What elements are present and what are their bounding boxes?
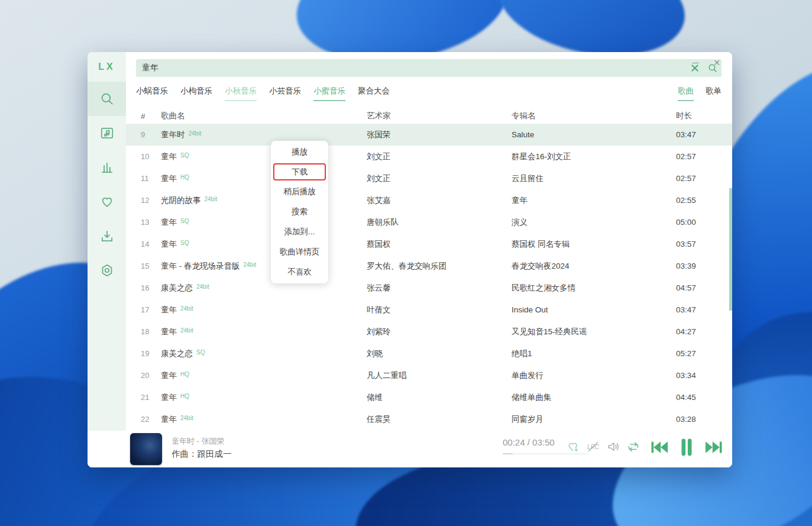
table-row[interactable]: 17童年24bit叶蒨文Inside Out03:47	[126, 299, 732, 321]
search-bar	[136, 59, 722, 77]
song-name: 童年	[161, 152, 177, 161]
favorite-button[interactable]	[565, 440, 581, 456]
context-menu-item-song-detail[interactable]: 歌曲详情页	[271, 242, 328, 262]
quality-badge: HQ	[180, 371, 189, 377]
song-number: 22	[141, 415, 161, 424]
context-menu-item-play[interactable]: 播放	[271, 142, 328, 162]
quality-badge: 24bit	[180, 327, 193, 334]
source-tab-xiaomi[interactable]: 小蜜音乐	[313, 86, 345, 101]
song-album: 演义	[512, 217, 676, 228]
next-button[interactable]	[704, 438, 724, 459]
desktop-lyrics-icon: LRC	[586, 440, 600, 456]
song-name-cell: 童年HQ	[161, 392, 367, 403]
song-album: 储维单曲集	[512, 392, 676, 403]
table-row[interactable]: 10童年SQ刘文正群星会16-刘文正02:57	[126, 146, 732, 167]
song-artist: 刘文正	[367, 151, 512, 162]
table-row[interactable]: 15童年 - 春龙现场录音版24bit罗大佑、春龙交响乐团春龙交响夜202403…	[126, 255, 732, 277]
volume-button[interactable]	[606, 440, 621, 456]
song-name: 康美之恋	[161, 283, 193, 292]
pause-button[interactable]	[677, 438, 697, 459]
quality-badge: 24bit	[244, 262, 257, 268]
song-album: 童年	[512, 195, 676, 206]
table-row[interactable]: 20童年HQ凡人二重唱单曲发行03:34	[126, 364, 732, 386]
song-album: 绝唱1	[512, 348, 676, 359]
previous-button[interactable]	[649, 438, 669, 459]
next-track-icon	[704, 440, 723, 457]
song-duration: 02:55	[676, 196, 732, 205]
table-row[interactable]: 12光阴的故事24bit张艾嘉童年02:55	[126, 189, 732, 211]
song-name: 童年	[161, 371, 177, 380]
scrollbar-thumb[interactable]	[729, 188, 732, 311]
song-album: 群星会16-刘文正	[512, 151, 676, 162]
table-row[interactable]: 16康美之恋24bit张云馨民歌红之湘女多情04:57	[126, 277, 732, 299]
sidebar-item-songlist[interactable]	[88, 116, 126, 150]
now-playing-composer: 作曲：跟田成一	[172, 448, 232, 460]
sidebar-item-settings[interactable]	[88, 253, 126, 288]
search-input[interactable]	[136, 63, 686, 73]
song-album: 又见知音15-经典民谣	[512, 327, 676, 337]
favorite-heart-plus-icon	[566, 440, 580, 456]
song-duration: 04:57	[676, 283, 732, 292]
source-tab-xiaoyun[interactable]: 小芸音乐	[269, 86, 301, 101]
header-artist: 艺术家	[367, 111, 512, 121]
sidebar-item-love[interactable]	[88, 185, 126, 219]
song-name: 康美之恋	[161, 349, 193, 358]
song-artist: 叶蒨文	[367, 305, 512, 315]
song-duration: 03:34	[676, 371, 732, 380]
source-tab-juhe[interactable]: 聚合大会	[358, 86, 390, 101]
settings-icon	[99, 263, 115, 278]
album-art[interactable]	[130, 433, 162, 465]
song-artist: 储维	[367, 392, 512, 403]
song-duration: 04:27	[676, 327, 732, 336]
table-row[interactable]: 21童年HQ储维储维单曲集04:45	[126, 386, 732, 408]
song-number: 13	[141, 218, 161, 227]
song-name-cell: 光阴的故事24bit	[161, 195, 367, 206]
type-tab-songs[interactable]: 歌曲	[678, 86, 694, 101]
context-menu-item-add-to[interactable]: 添加到...	[271, 222, 328, 242]
quality-badge: 24bit	[196, 283, 209, 290]
song-name-cell: 康美之恋SQ	[161, 348, 367, 359]
quality-badge: 24bit	[189, 130, 202, 137]
song-name: 光阴的故事	[161, 196, 201, 205]
song-duration: 04:45	[676, 393, 732, 402]
context-menu-item-search[interactable]: 搜索	[271, 202, 328, 222]
song-album: 同窗岁月	[512, 414, 676, 425]
sidebar-item-search[interactable]	[88, 82, 126, 116]
minimize-button[interactable]: ─	[687, 56, 704, 70]
song-name: 童年时	[161, 130, 185, 139]
context-menu-item-dislike[interactable]: 不喜欢	[271, 262, 328, 282]
sidebar-item-leaderboard[interactable]	[88, 150, 126, 185]
type-tab-playlists[interactable]: 歌单	[706, 86, 722, 101]
table-row[interactable]: 13童年SQ唐朝乐队演义05:00	[126, 211, 732, 233]
table-row[interactable]: 14童年SQ蔡国权蔡国权 同名专辑03:57	[126, 233, 732, 255]
song-name-cell: 童年24bit	[161, 414, 367, 425]
table-row[interactable]: 18童年24bit刘紫玲又见知音15-经典民谣04:27	[126, 321, 732, 343]
repeat-icon	[626, 440, 640, 456]
table-row[interactable]: 9童年时24bit张国荣Salute03:47	[126, 124, 732, 146]
song-artist: 刘晓	[367, 348, 512, 359]
quality-badge: SQ	[180, 240, 189, 246]
song-name: 童年	[161, 218, 177, 227]
song-number: 9	[141, 130, 161, 139]
song-name: 童年	[161, 327, 177, 336]
player-bar: 童年时 - 张国荣 作曲：跟田成一 00:24 / 03:50 LRC	[88, 431, 732, 467]
context-menu-item-play-later[interactable]: 稍后播放	[271, 182, 328, 202]
table-row[interactable]: 22童年24bit任震昊同窗岁月03:28	[126, 408, 732, 430]
context-menu-item-download[interactable]: 下载	[273, 163, 326, 180]
source-tab-xiaogou[interactable]: 小枸音乐	[180, 86, 212, 101]
sidebar-item-download[interactable]	[88, 219, 126, 253]
song-artist: 唐朝乐队	[367, 217, 512, 228]
playmode-button[interactable]	[626, 440, 641, 456]
song-name: 童年 - 春龙现场录音版	[161, 262, 240, 270]
tabs-row: 小蜗音乐小枸音乐小秋音乐小芸音乐小蜜音乐聚合大会 歌曲歌单	[136, 86, 722, 104]
source-tab-xiaowo[interactable]: 小蜗音乐	[136, 86, 168, 101]
song-duration: 05:27	[676, 349, 732, 358]
table-row[interactable]: 19康美之恋SQ刘晓绝唱105:27	[126, 343, 732, 364]
source-tab-xiaoqiu[interactable]: 小秋音乐	[225, 86, 257, 101]
song-name-cell: 童年 - 春龙现场录音版24bit	[161, 261, 367, 272]
table-row[interactable]: 11童年HQ刘文正云且留住02:57	[126, 167, 732, 189]
song-name: 童年	[161, 393, 177, 402]
song-number: 21	[141, 393, 161, 402]
close-button[interactable]: ✕	[709, 56, 725, 70]
desktop-lyrics-button[interactable]: LRC	[585, 440, 601, 456]
